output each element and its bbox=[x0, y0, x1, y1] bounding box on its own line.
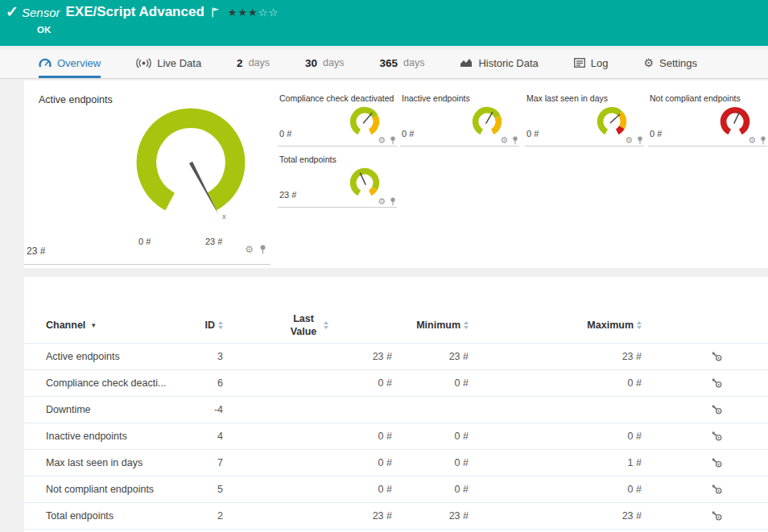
tab-live-data[interactable]: Live Data bbox=[136, 50, 201, 78]
gear-icon[interactable]: ⚙ bbox=[378, 136, 386, 145]
tab-log[interactable]: Log bbox=[574, 50, 609, 78]
gauge-arc-yellow bbox=[370, 117, 377, 132]
gauge-arc bbox=[147, 118, 235, 202]
pin-icon[interactable] bbox=[512, 136, 518, 145]
gauge-arc-yellow bbox=[620, 113, 623, 127]
tab-overview[interactable]: Overview bbox=[39, 50, 101, 78]
priority-stars[interactable]: ★★★☆☆ bbox=[228, 7, 279, 18]
log-list-icon bbox=[574, 58, 585, 68]
gear-icon[interactable]: ⚙ bbox=[748, 136, 756, 145]
gauge-title: Not compliant endpoints bbox=[650, 93, 741, 103]
pin-icon[interactable] bbox=[390, 197, 396, 206]
gauge-scale-max: 23 # bbox=[205, 237, 222, 246]
channel-settings-icon[interactable] bbox=[642, 431, 768, 442]
tab-historic-data[interactable]: Historic Data bbox=[460, 50, 538, 78]
column-label: Channel bbox=[46, 320, 85, 331]
gear-icon[interactable]: ⚙ bbox=[625, 136, 633, 145]
cell-id: 2 bbox=[199, 510, 223, 522]
sensor-status-bar: ✓ Sensor EXE/Script Advanced ★★★☆☆ OK bbox=[0, 0, 768, 46]
pin-icon[interactable] bbox=[390, 136, 396, 145]
cell-last-value: 0 # bbox=[223, 457, 392, 468]
cell-channel: Downtime bbox=[46, 404, 199, 415]
live-data-broadcast-icon bbox=[136, 58, 151, 68]
gear-icon[interactable]: ⚙ bbox=[500, 136, 508, 145]
cell-id: 4 bbox=[199, 431, 223, 442]
cell-id: -4 bbox=[199, 404, 223, 415]
column-header-minimum[interactable]: Minimum bbox=[392, 320, 469, 331]
gear-icon[interactable]: ⚙ bbox=[378, 197, 386, 206]
sensor-kind-label: Sensor bbox=[22, 6, 60, 19]
cell-last-value: 0 # bbox=[223, 484, 392, 495]
cell-channel: Max last seen in days bbox=[46, 457, 199, 468]
cell-channel: Active endpoints bbox=[46, 351, 199, 362]
channel-settings-icon[interactable] bbox=[642, 510, 768, 522]
cell-last-value: 0 # bbox=[223, 377, 392, 389]
channel-settings-icon[interactable] bbox=[642, 404, 768, 415]
tab-suffix: days bbox=[249, 57, 270, 68]
column-header-id[interactable]: ID bbox=[199, 320, 223, 331]
gauge-title: Compliance check deactivated bbox=[279, 93, 394, 103]
tab-30-days[interactable]: 30 days bbox=[305, 50, 344, 78]
sort-toggle-icon[interactable] bbox=[637, 321, 642, 329]
table-row: Total endpoints 2 23 # 23 # 23 # bbox=[24, 503, 768, 530]
cell-last-value: 0 # bbox=[223, 431, 392, 442]
gauge-value: 23 # bbox=[27, 245, 45, 257]
gauge-needle bbox=[486, 112, 493, 123]
active-endpoints-gauge-tile: Active endpoints x 0 # 23 # 23 # ⚙ bbox=[24, 80, 270, 265]
tab-suffix: days bbox=[403, 57, 424, 68]
tab-number: 2 bbox=[237, 57, 243, 69]
gauge-value: 23 # bbox=[279, 190, 296, 200]
tab-settings[interactable]: ⚙ Settings bbox=[644, 50, 698, 78]
gauge-needle bbox=[610, 114, 620, 123]
gauge-scale-min: 0 # bbox=[138, 237, 151, 246]
pin-icon[interactable] bbox=[760, 136, 766, 145]
pin-icon[interactable] bbox=[637, 136, 643, 145]
cell-maximum: 0 # bbox=[469, 377, 642, 389]
tab-suffix: days bbox=[323, 57, 344, 68]
sensor-status-text: OK bbox=[37, 25, 51, 35]
gauge-title: Max last seen in days bbox=[526, 93, 608, 103]
sensor-title-line: Sensor EXE/Script Advanced ★★★☆☆ bbox=[22, 4, 279, 20]
tab-label: Historic Data bbox=[478, 57, 538, 69]
cell-id: 7 bbox=[199, 457, 223, 468]
cell-minimum: 23 # bbox=[392, 510, 469, 522]
column-header-maximum[interactable]: Maximum bbox=[469, 320, 642, 331]
cell-minimum: 0 # bbox=[392, 431, 469, 442]
gear-icon[interactable]: ⚙ bbox=[245, 245, 254, 254]
stars-filled: ★★★ bbox=[228, 6, 258, 19]
tab-365-days[interactable]: 365 days bbox=[379, 50, 424, 78]
tab-label: Log bbox=[591, 57, 609, 69]
channel-settings-icon[interactable] bbox=[642, 377, 768, 389]
table-row: Active endpoints 3 23 # 23 # 23 # bbox=[24, 344, 768, 370]
sorted-desc-icon: ▼ bbox=[90, 322, 97, 329]
channel-settings-icon[interactable] bbox=[642, 351, 768, 362]
gauge-value: 0 # bbox=[279, 129, 291, 138]
column-label: ID bbox=[205, 320, 216, 331]
cell-channel: Total endpoints bbox=[46, 510, 199, 522]
favorite-flag-icon[interactable] bbox=[212, 7, 220, 18]
ok-check-icon: ✓ bbox=[6, 2, 19, 21]
compliance-check-gauge-tile: Compliance check deactivated 0 # ⚙ bbox=[278, 93, 397, 146]
not-compliant-gauge-tile: Not compliant endpoints 0 # ⚙ bbox=[648, 93, 767, 146]
channel-settings-icon[interactable] bbox=[642, 457, 768, 468]
sort-toggle-icon[interactable] bbox=[324, 321, 328, 329]
cell-channel: Not compliant endpoints bbox=[46, 484, 199, 495]
tab-number: 30 bbox=[305, 57, 317, 69]
column-header-channel[interactable]: Channel ▼ bbox=[46, 320, 199, 331]
table-header-row: Channel ▼ ID Last Value Minimum Maximum bbox=[24, 307, 768, 344]
table-row: Not compliant endpoints 5 0 # 0 # 0 # bbox=[24, 476, 768, 503]
column-header-last-value[interactable]: Last Value bbox=[223, 312, 392, 339]
tab-bar: Overview Live Data 2 days 30 days 365 da… bbox=[0, 50, 768, 79]
cell-channel: Compliance check deacti... bbox=[46, 377, 199, 389]
pin-icon[interactable] bbox=[259, 245, 266, 254]
gauge-arc-red bbox=[617, 127, 622, 132]
cell-last-value: 23 # bbox=[223, 510, 392, 522]
table-row: Max last seen in days 7 0 # 0 # 1 # bbox=[24, 450, 768, 476]
cell-minimum: 0 # bbox=[392, 484, 469, 495]
tab-2-days[interactable]: 2 days bbox=[237, 50, 270, 78]
channel-settings-icon[interactable] bbox=[642, 484, 768, 495]
gauge-title: Inactive endpoints bbox=[402, 93, 470, 103]
cell-maximum: 0 # bbox=[469, 431, 642, 442]
gauge-value: 0 # bbox=[402, 129, 414, 138]
cell-id: 5 bbox=[199, 484, 223, 495]
